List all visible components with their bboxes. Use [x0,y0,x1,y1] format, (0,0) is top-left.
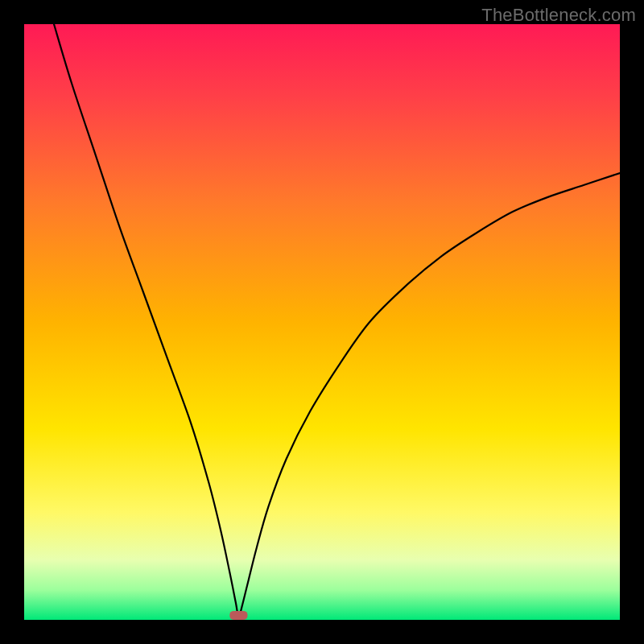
watermark-text: TheBottleneck.com [481,5,636,26]
chart-stage: TheBottleneck.com [0,0,644,644]
bottleneck-chart [24,24,620,620]
minimum-marker [229,611,247,620]
gradient-background [24,24,620,620]
